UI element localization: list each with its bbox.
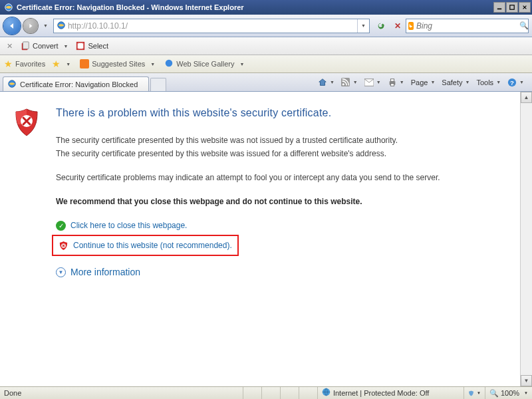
page-label: Page: [411, 78, 428, 86]
close-toolbar-button[interactable]: ✕: [4, 41, 15, 52]
suggested-label: Suggested Sites: [92, 60, 145, 68]
home-button[interactable]: ▼: [315, 76, 337, 88]
cert-error-heading: There is a problem with this website's s…: [56, 105, 513, 121]
bing-icon: [408, 22, 414, 30]
security-zone-pane[interactable]: Internet | Protected Mode: Off: [317, 387, 464, 399]
svg-point-7: [166, 60, 173, 67]
status-pane-2: [261, 387, 280, 399]
safety-menu[interactable]: Safety▼: [439, 77, 472, 88]
more-info-toggle[interactable]: More information: [70, 265, 140, 279]
tools-label: Tools: [476, 78, 493, 86]
close-webpage-link[interactable]: Click here to close this webpage.: [70, 219, 187, 231]
globe-icon: [322, 388, 331, 398]
url-input[interactable]: [68, 21, 357, 31]
minimize-button[interactable]: [493, 2, 505, 13]
search-dropdown-icon[interactable]: ▼: [529, 23, 532, 28]
back-button[interactable]: [3, 17, 21, 35]
suggested-sites-button[interactable]: Suggested Sites ▼: [80, 59, 158, 68]
print-button[interactable]: ▼: [385, 76, 407, 88]
close-webpage-row: ✓ Click here to close this webpage.: [56, 219, 513, 231]
zoom-level: 100%: [501, 389, 519, 397]
content-area: There is a problem with this website's s…: [0, 92, 532, 386]
page-content: There is a problem with this website's s…: [0, 92, 520, 386]
forward-button[interactable]: [23, 19, 38, 33]
zoom-icon: 🔍: [489, 389, 499, 398]
suggested-icon: [80, 59, 89, 68]
favorites-button[interactable]: ★ Favorites: [4, 59, 45, 69]
warning-shield-icon: [468, 389, 474, 398]
url-dropdown-icon[interactable]: ▼: [357, 19, 369, 33]
ie-page-icon: [7, 79, 17, 90]
svg-text:?: ?: [510, 78, 514, 86]
window-titlebar: Certificate Error: Navigation Blocked - …: [0, 0, 532, 15]
page-menu[interactable]: Page▼: [408, 77, 438, 88]
command-bar: ▼ ▼ ▼ ▼ Page▼ Safety▼ Tools▼ ?▼: [166, 73, 529, 91]
cert-msg-2: The security certificate presented by th…: [56, 148, 513, 160]
svg-rect-13: [390, 78, 394, 81]
star-plus-icon: ★: [52, 59, 61, 69]
continue-row-highlighted: Continue to this website (not recommende…: [52, 235, 239, 256]
refresh-button[interactable]: [374, 19, 388, 33]
star-icon: ★: [4, 59, 13, 69]
safety-label: Safety: [442, 78, 462, 86]
scroll-down-button[interactable]: ▼: [521, 375, 532, 386]
search-button-icon[interactable]: 🔍: [517, 21, 529, 30]
chevron-down-icon: ▼: [237, 62, 247, 66]
zone-text: Internet | Protected Mode: Off: [333, 389, 430, 397]
zoom-control[interactable]: 🔍 100% ▼: [485, 387, 532, 399]
more-info-row: ▼ More information: [56, 265, 513, 279]
search-input[interactable]: [416, 21, 517, 31]
page-icon: [57, 21, 66, 31]
maximize-button[interactable]: [506, 2, 518, 13]
cert-msg-3: Security certificate problems may indica…: [56, 172, 513, 184]
svg-rect-2: [510, 5, 514, 9]
status-text: Done: [0, 389, 243, 397]
favorites-bar: ★ Favorites ★ ▼ Suggested Sites ▼ Web Sl…: [0, 55, 532, 73]
feeds-button[interactable]: ▼: [338, 76, 360, 88]
expand-icon[interactable]: ▼: [56, 267, 66, 277]
status-pane-4: [299, 387, 317, 399]
scroll-up-button[interactable]: ▲: [521, 92, 532, 103]
shield-error-icon: [13, 108, 40, 137]
mail-button[interactable]: ▼: [362, 76, 384, 88]
svg-rect-5: [23, 42, 29, 49]
continue-anyway-link[interactable]: Continue to this website (not recommende…: [73, 239, 232, 251]
select-button[interactable]: Select: [76, 41, 108, 51]
navigation-bar: ▼ ▼ ✕ 🔍 ▼: [0, 15, 532, 37]
tab-title: Certificate Error: Navigation Blocked: [20, 80, 138, 88]
cert-recommendation: We recommend that you close this webpage…: [56, 196, 513, 207]
stop-button[interactable]: ✕: [392, 21, 403, 31]
select-icon: [76, 41, 85, 51]
search-box[interactable]: 🔍 ▼: [406, 19, 529, 33]
tab-certificate-error[interactable]: Certificate Error: Navigation Blocked: [3, 76, 149, 91]
webslice-icon: [164, 59, 174, 69]
tab-bar: Certificate Error: Navigation Blocked ▼ …: [0, 73, 532, 92]
chevron-down-icon: ▼: [63, 62, 73, 66]
ie-icon: [4, 3, 13, 12]
select-label: Select: [88, 42, 108, 50]
tools-menu[interactable]: Tools▼: [473, 77, 503, 88]
protected-mode-icon-pane[interactable]: ▼: [464, 387, 485, 399]
svg-rect-14: [390, 83, 394, 86]
webslice-button[interactable]: Web Slice Gallery ▼: [164, 59, 247, 69]
new-tab-button[interactable]: [150, 78, 166, 91]
red-shield-small-icon: [59, 241, 68, 251]
convert-label: Convert: [33, 42, 59, 50]
window-title: Certificate Error: Navigation Blocked - …: [17, 3, 493, 11]
convert-button[interactable]: Convert ▼: [21, 41, 70, 51]
history-dropdown-icon[interactable]: ▼: [41, 23, 51, 28]
help-icon: ?: [507, 78, 517, 87]
green-check-icon: ✓: [56, 221, 66, 231]
mail-icon: [364, 78, 374, 87]
status-pane-1: [243, 387, 261, 399]
chevron-down-icon: ▼: [148, 62, 158, 66]
webslice-label: Web Slice Gallery: [176, 60, 234, 68]
add-favorite-button[interactable]: ★ ▼: [52, 59, 73, 69]
help-button[interactable]: ?▼: [505, 76, 527, 88]
address-bar[interactable]: ▼: [53, 19, 370, 33]
cert-msg-1: The security certificate presented by th…: [56, 134, 513, 146]
rss-icon: [341, 78, 350, 87]
vertical-scrollbar[interactable]: ▲ ▼: [520, 92, 532, 386]
status-pane-3: [280, 387, 299, 399]
close-button[interactable]: [519, 2, 531, 13]
